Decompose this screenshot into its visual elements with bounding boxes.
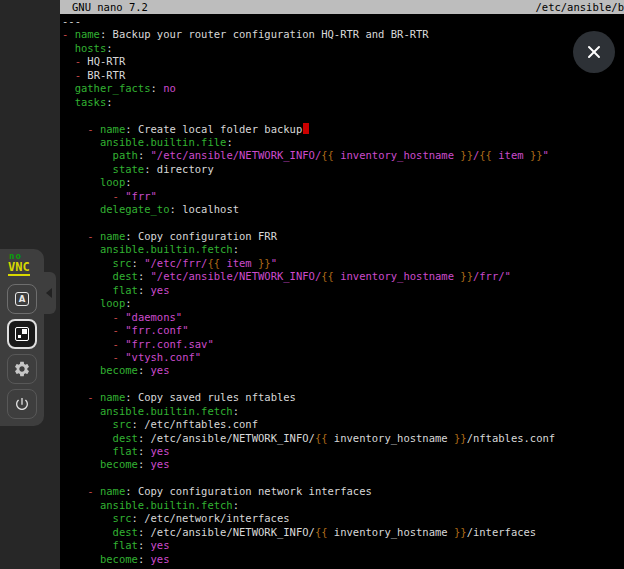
code-segment: : /etc/network/interfaces (132, 512, 290, 524)
code-segment (62, 324, 113, 336)
editor-line: src: /etc/network/interfaces (62, 512, 624, 525)
code-segment: - (75, 69, 88, 81)
code-segment (62, 311, 113, 323)
keyboard-a-icon: A (15, 292, 29, 306)
editor-line: dest: /etc/ansible/NETWORK_INFO/{{ inven… (62, 432, 624, 445)
code-segment: inventory_hostname (328, 432, 454, 444)
code-segment: ansible.builtin.file (100, 136, 226, 148)
editor-line: ansible.builtin.fetch: (62, 243, 624, 256)
code-segment: become (100, 364, 138, 376)
editor-line: src: /etc/nftables.conf (62, 418, 624, 431)
code-segment: : (125, 176, 131, 188)
code-segment: tasks (75, 96, 107, 108)
editor-line: flat: yes (62, 284, 624, 297)
code-segment: : (106, 96, 112, 108)
code-segment: : (233, 405, 239, 417)
code-segment: : Backup your router configuration HQ-RT… (100, 28, 429, 40)
nano-version-label: GNU nano 7.2 (60, 0, 148, 14)
code-segment: : localhost (169, 203, 239, 215)
fullscreen-button[interactable] (7, 319, 37, 349)
editor-line: - name: Create local folder backup (62, 123, 624, 136)
editor-line: state: directory (62, 163, 624, 176)
code-segment: {{ (207, 257, 220, 269)
code-segment: {{ (479, 149, 492, 161)
code-segment (62, 351, 113, 363)
code-segment: yes (151, 553, 170, 565)
code-segment: - (87, 391, 100, 403)
code-segment: item (492, 149, 530, 161)
settings-button[interactable] (7, 354, 37, 384)
editor-line: --- (62, 15, 624, 28)
editor-line: flat: yes (62, 445, 624, 458)
close-button[interactable] (573, 31, 615, 73)
code-segment: name (100, 485, 125, 497)
editor-line: - name: Copy configuration FRR (62, 230, 624, 243)
code-segment: inventory_hostname (334, 270, 460, 282)
editor-line: - name: Copy saved rules nftables (62, 391, 624, 404)
extra-keys-button[interactable]: A (7, 284, 37, 314)
code-segment (62, 136, 100, 148)
editor-line: ansible.builtin.fetch: (62, 405, 624, 418)
code-segment: : (138, 364, 151, 376)
control-bar-handle[interactable] (43, 272, 56, 314)
terminal-window[interactable]: GNU nano 7.2 /etc/ansible/b ---- name: B… (60, 0, 624, 569)
code-segment: hosts (75, 42, 107, 54)
editor-line (62, 217, 624, 230)
code-segment: flat (113, 284, 138, 296)
code-segment: - (113, 351, 126, 363)
code-segment: "/etc/ansible/NETWORK_INFO/ (151, 149, 322, 161)
text-cursor (303, 123, 309, 134)
code-segment (62, 42, 75, 54)
code-segment: src (113, 257, 132, 269)
code-segment: " (543, 149, 549, 161)
editor-line: - "vtysh.conf" (62, 351, 624, 364)
code-segment: delegate_to (100, 203, 170, 215)
code-segment: : (138, 284, 151, 296)
code-segment (62, 391, 87, 403)
code-segment: become (100, 458, 138, 470)
code-segment: : Copy configuration network interfaces (125, 485, 372, 497)
code-segment: - (87, 485, 100, 497)
code-segment: HQ-RTR (87, 55, 125, 67)
code-segment (62, 243, 100, 255)
editor-line: loop: (62, 176, 624, 189)
code-segment: dest (113, 432, 138, 444)
code-segment: : /etc/nftables.conf (132, 418, 258, 430)
editor-line: hosts: (62, 42, 624, 55)
editor-line: - "frr.conf" (62, 324, 624, 337)
code-segment: yes (151, 364, 170, 376)
code-segment (62, 123, 87, 135)
code-segment: src (113, 418, 132, 430)
close-icon (586, 44, 602, 60)
code-segment: item (220, 257, 258, 269)
code-segment: : (138, 553, 151, 565)
editor-line: delegate_to: localhost (62, 203, 624, 216)
editor-lines[interactable]: ---- name: Backup your router configurat… (60, 14, 624, 566)
code-segment: }} (460, 149, 473, 161)
editor-line: gather_facts: no (62, 82, 624, 95)
power-icon (14, 396, 30, 412)
code-segment: : (138, 270, 151, 282)
gear-icon (13, 360, 31, 378)
code-segment: : directory (144, 163, 214, 175)
code-segment: {{ (315, 432, 328, 444)
code-segment: "frr" (125, 190, 157, 202)
code-segment (62, 458, 100, 470)
code-segment: - (87, 123, 100, 135)
code-segment (62, 203, 100, 215)
code-segment (62, 485, 87, 497)
code-segment: yes (151, 539, 170, 551)
code-segment: : (125, 297, 131, 309)
fullscreen-icon (15, 327, 29, 341)
editor-line: - name: Copy configuration network inter… (62, 485, 624, 498)
code-segment (62, 297, 100, 309)
disconnect-button[interactable] (7, 389, 37, 419)
code-segment: yes (151, 445, 170, 457)
editor-line: - "daemons" (62, 311, 624, 324)
code-segment (62, 418, 113, 430)
editor-line: dest: "/etc/ansible/NETWORK_INFO/{{ inve… (62, 270, 624, 283)
screen: { "window": { "app_title": "GNU nano 7.2… (0, 0, 624, 569)
editor-line: ansible.builtin.fetch: (62, 499, 624, 512)
code-segment: }} (460, 270, 473, 282)
code-segment: inventory_hostname (334, 149, 460, 161)
